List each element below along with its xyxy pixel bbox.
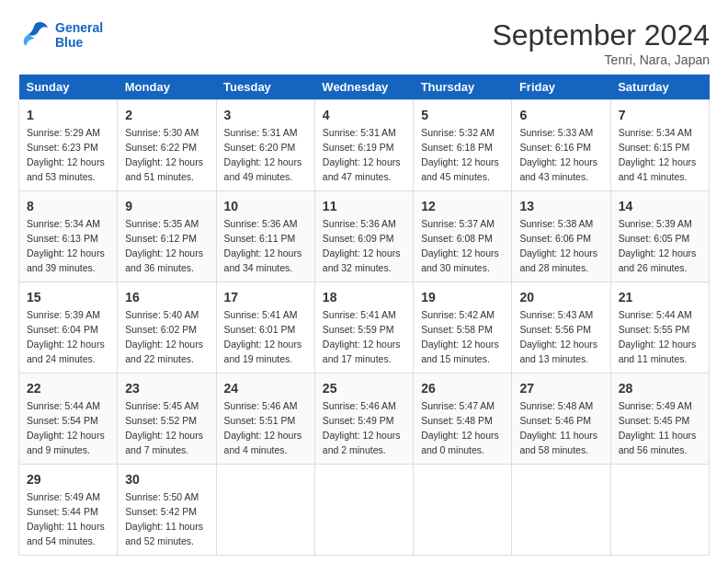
day-number: 27: [519, 379, 602, 397]
calendar-day-28: 28 Sunrise: 5:49 AMSunset: 5:45 PMDaylig…: [610, 373, 709, 465]
day-number: 24: [224, 379, 307, 397]
logo-text: General Blue: [55, 20, 103, 50]
calendar-day-22: 22 Sunrise: 5:44 AMSunset: 5:54 PMDaylig…: [19, 373, 118, 465]
day-info: Sunrise: 5:29 AMSunset: 6:23 PMDaylight:…: [27, 127, 105, 182]
calendar-week-5: 29 Sunrise: 5:49 AMSunset: 5:44 PMDaylig…: [19, 465, 710, 556]
calendar-day-9: 9 Sunrise: 5:35 AMSunset: 6:12 PMDayligh…: [118, 191, 216, 282]
header-monday: Monday: [118, 75, 216, 100]
calendar-day-10: 10 Sunrise: 5:36 AMSunset: 6:11 PMDaylig…: [216, 191, 314, 282]
calendar-day-26: 26 Sunrise: 5:47 AMSunset: 5:48 PMDaylig…: [414, 373, 512, 465]
day-info: Sunrise: 5:32 AMSunset: 6:18 PMDaylight:…: [421, 127, 499, 182]
day-number: 20: [519, 288, 602, 306]
calendar-day-4: 4 Sunrise: 5:31 AMSunset: 6:19 PMDayligh…: [314, 100, 413, 191]
day-info: Sunrise: 5:38 AMSunset: 6:06 PMDaylight:…: [519, 218, 597, 273]
calendar-day-13: 13 Sunrise: 5:38 AMSunset: 6:06 PMDaylig…: [512, 191, 610, 282]
logo-icon: [18, 18, 51, 52]
calendar-day-6: 6 Sunrise: 5:33 AMSunset: 6:16 PMDayligh…: [512, 100, 610, 191]
day-number: 19: [421, 288, 504, 306]
empty-cell: [610, 465, 709, 556]
day-number: 28: [619, 379, 701, 397]
day-number: 12: [421, 197, 504, 215]
day-info: Sunrise: 5:41 AMSunset: 6:01 PMDaylight:…: [224, 309, 302, 364]
day-number: 25: [323, 379, 405, 397]
day-info: Sunrise: 5:41 AMSunset: 5:59 PMDaylight:…: [323, 309, 401, 364]
header-thursday: Thursday: [414, 75, 512, 100]
calendar-day-7: 7 Sunrise: 5:34 AMSunset: 6:15 PMDayligh…: [610, 100, 709, 191]
day-number: 16: [125, 288, 208, 306]
day-info: Sunrise: 5:44 AMSunset: 5:55 PMDaylight:…: [619, 309, 697, 364]
day-info: Sunrise: 5:39 AMSunset: 6:05 PMDaylight:…: [619, 218, 697, 273]
weekday-header-row: Sunday Monday Tuesday Wednesday Thursday…: [19, 75, 710, 100]
day-number: 7: [619, 106, 701, 124]
calendar-day-20: 20 Sunrise: 5:43 AMSunset: 5:56 PMDaylig…: [512, 282, 610, 373]
day-info: Sunrise: 5:31 AMSunset: 6:19 PMDaylight:…: [323, 127, 401, 182]
day-info: Sunrise: 5:47 AMSunset: 5:48 PMDaylight:…: [421, 400, 499, 455]
day-info: Sunrise: 5:39 AMSunset: 6:04 PMDaylight:…: [27, 309, 105, 364]
day-info: Sunrise: 5:44 AMSunset: 5:54 PMDaylight:…: [27, 400, 105, 455]
calendar-day-8: 8 Sunrise: 5:34 AMSunset: 6:13 PMDayligh…: [19, 191, 118, 282]
empty-cell: [512, 465, 610, 556]
logo: General Blue: [18, 18, 103, 52]
calendar-day-16: 16 Sunrise: 5:40 AMSunset: 6:02 PMDaylig…: [118, 282, 216, 373]
header-tuesday: Tuesday: [216, 75, 314, 100]
day-number: 14: [619, 197, 701, 215]
calendar-day-29: 29 Sunrise: 5:49 AMSunset: 5:44 PMDaylig…: [19, 465, 118, 556]
day-info: Sunrise: 5:49 AMSunset: 5:44 PMDaylight:…: [27, 491, 105, 546]
calendar-day-1: 1 Sunrise: 5:29 AMSunset: 6:23 PMDayligh…: [19, 100, 118, 191]
calendar-week-3: 15 Sunrise: 5:39 AMSunset: 6:04 PMDaylig…: [19, 282, 710, 373]
day-info: Sunrise: 5:34 AMSunset: 6:13 PMDaylight:…: [27, 218, 105, 273]
day-number: 5: [421, 106, 504, 124]
day-info: Sunrise: 5:36 AMSunset: 6:11 PMDaylight:…: [224, 218, 302, 273]
page-header: General Blue September 2024 Tenri, Nara,…: [18, 18, 710, 67]
day-info: Sunrise: 5:48 AMSunset: 5:46 PMDaylight:…: [519, 400, 597, 455]
day-number: 29: [27, 470, 109, 488]
day-number: 10: [224, 197, 307, 215]
day-info: Sunrise: 5:33 AMSunset: 6:16 PMDaylight:…: [519, 127, 597, 182]
calendar-day-27: 27 Sunrise: 5:48 AMSunset: 5:46 PMDaylig…: [512, 373, 610, 465]
calendar-day-21: 21 Sunrise: 5:44 AMSunset: 5:55 PMDaylig…: [610, 282, 709, 373]
calendar-day-3: 3 Sunrise: 5:31 AMSunset: 6:20 PMDayligh…: [216, 100, 314, 191]
day-number: 11: [323, 197, 405, 215]
day-number: 2: [125, 106, 208, 124]
day-info: Sunrise: 5:49 AMSunset: 5:45 PMDaylight:…: [619, 400, 697, 455]
day-number: 23: [125, 379, 208, 397]
day-number: 6: [519, 106, 602, 124]
day-info: Sunrise: 5:31 AMSunset: 6:20 PMDaylight:…: [224, 127, 302, 182]
calendar-day-12: 12 Sunrise: 5:37 AMSunset: 6:08 PMDaylig…: [414, 191, 512, 282]
empty-cell: [216, 465, 314, 556]
title-area: September 2024 Tenri, Nara, Japan: [492, 18, 710, 67]
day-info: Sunrise: 5:50 AMSunset: 5:42 PMDaylight:…: [125, 491, 203, 546]
day-info: Sunrise: 5:40 AMSunset: 6:02 PMDaylight:…: [125, 309, 203, 364]
day-number: 1: [27, 106, 109, 124]
day-info: Sunrise: 5:46 AMSunset: 5:51 PMDaylight:…: [224, 400, 302, 455]
calendar-day-17: 17 Sunrise: 5:41 AMSunset: 6:01 PMDaylig…: [216, 282, 314, 373]
location-subtitle: Tenri, Nara, Japan: [492, 52, 710, 67]
header-wednesday: Wednesday: [314, 75, 413, 100]
calendar-day-19: 19 Sunrise: 5:42 AMSunset: 5:58 PMDaylig…: [414, 282, 512, 373]
calendar-table: Sunday Monday Tuesday Wednesday Thursday…: [18, 75, 710, 556]
day-number: 21: [619, 288, 701, 306]
day-info: Sunrise: 5:46 AMSunset: 5:49 PMDaylight:…: [323, 400, 401, 455]
day-info: Sunrise: 5:42 AMSunset: 5:58 PMDaylight:…: [421, 309, 499, 364]
calendar-day-5: 5 Sunrise: 5:32 AMSunset: 6:18 PMDayligh…: [414, 100, 512, 191]
day-info: Sunrise: 5:36 AMSunset: 6:09 PMDaylight:…: [323, 218, 401, 273]
month-title: September 2024: [492, 18, 710, 52]
header-sunday: Sunday: [19, 75, 118, 100]
day-info: Sunrise: 5:34 AMSunset: 6:15 PMDaylight:…: [619, 127, 697, 182]
calendar-day-14: 14 Sunrise: 5:39 AMSunset: 6:05 PMDaylig…: [610, 191, 709, 282]
day-info: Sunrise: 5:45 AMSunset: 5:52 PMDaylight:…: [125, 400, 203, 455]
header-friday: Friday: [512, 75, 610, 100]
calendar-week-1: 1 Sunrise: 5:29 AMSunset: 6:23 PMDayligh…: [19, 100, 710, 191]
calendar-day-11: 11 Sunrise: 5:36 AMSunset: 6:09 PMDaylig…: [314, 191, 413, 282]
empty-cell: [314, 465, 413, 556]
day-info: Sunrise: 5:35 AMSunset: 6:12 PMDaylight:…: [125, 218, 203, 273]
day-number: 13: [519, 197, 602, 215]
empty-cell: [414, 465, 512, 556]
calendar-day-23: 23 Sunrise: 5:45 AMSunset: 5:52 PMDaylig…: [118, 373, 216, 465]
calendar-day-25: 25 Sunrise: 5:46 AMSunset: 5:49 PMDaylig…: [314, 373, 413, 465]
day-number: 3: [224, 106, 307, 124]
calendar-day-15: 15 Sunrise: 5:39 AMSunset: 6:04 PMDaylig…: [19, 282, 118, 373]
day-number: 18: [323, 288, 405, 306]
day-info: Sunrise: 5:30 AMSunset: 6:22 PMDaylight:…: [125, 127, 203, 182]
calendar-day-18: 18 Sunrise: 5:41 AMSunset: 5:59 PMDaylig…: [314, 282, 413, 373]
